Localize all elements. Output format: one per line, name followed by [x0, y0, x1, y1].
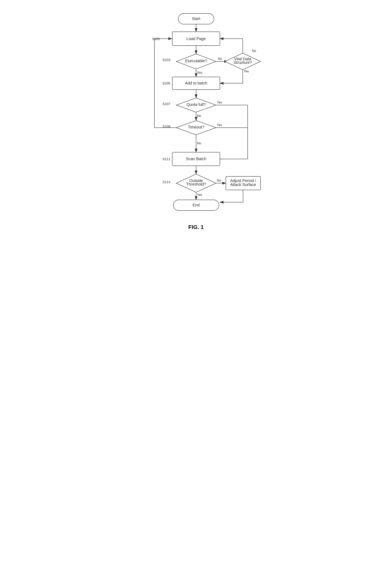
s107-label: S107 [162, 102, 170, 106]
timeout-label: Timeout? [188, 125, 204, 129]
s113-label: S113 [162, 180, 170, 184]
s105-label: S105 [162, 82, 170, 85]
load-page-label: Load Page [186, 37, 206, 41]
add-to-batch-label: Add to batch [185, 81, 207, 85]
s111-label: S111 [162, 157, 170, 161]
flowchart-wrapper: .node-text { font-family: Arial, sans-se… [127, 4, 266, 238]
yes-label-quota: Yes [217, 101, 222, 104]
no-label-timeout: No [197, 141, 201, 145]
flowchart-diagram: .node-text { font-family: Arial, sans-se… [131, 10, 262, 218]
adjust-period-label1: Adjust Period / [230, 179, 256, 183]
scan-batch-label: Scan Batch [186, 157, 206, 161]
end-label: End [193, 203, 200, 207]
quota-full-label: Quota full? [186, 102, 206, 107]
yes-label-executable: Yes [197, 71, 202, 74]
s109-label: S109 [162, 125, 170, 128]
no-label-threshold: No [217, 179, 221, 182]
yes-label-timeout: Yes [217, 123, 222, 127]
outside-threshold-label2: Threshold? [186, 182, 206, 186]
vital-data-label2: Structure? [233, 60, 252, 65]
yes-label-vital: Yes [244, 69, 249, 73]
page-container: .node-text { font-family: Arial, sans-se… [127, 4, 266, 238]
adjust-period-label2: Attack Surface [230, 182, 256, 187]
yes-label-threshold: Yes [197, 193, 202, 196]
executable-label: Executable? [185, 59, 207, 63]
start-label: Start [192, 16, 200, 21]
figure-label: FIG. 1 [188, 224, 204, 230]
no-label-vital: No [252, 49, 256, 53]
no-label-executable: No [218, 57, 222, 60]
s103-label: S103 [162, 58, 170, 62]
s101-label: S101 [152, 37, 160, 41]
no-label-quota: No [197, 114, 201, 118]
